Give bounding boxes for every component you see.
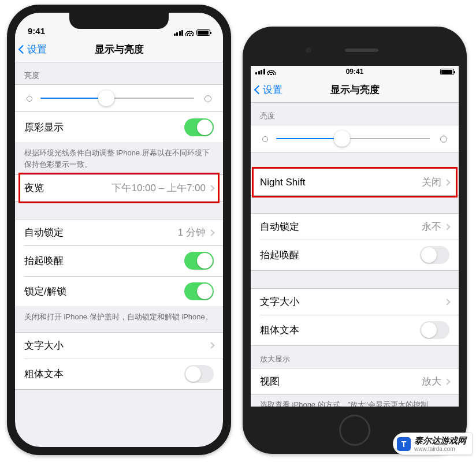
text-size-row[interactable]: 文字大小 <box>251 289 459 315</box>
night-shift-row[interactable]: Night Shift 关闭 <box>251 169 459 195</box>
chevron-left-icon <box>254 85 263 95</box>
speaker-grille <box>345 49 378 52</box>
chevron-right-icon <box>444 179 450 185</box>
auto-lock-row[interactable]: 自动锁定 永不 <box>251 214 459 240</box>
true-tone-label: 原彩显示 <box>24 121 64 134</box>
sun-small-icon <box>260 134 269 143</box>
bold-text-label: 粗体文本 <box>260 323 299 337</box>
view-zoom-row[interactable]: 视图 放大 <box>251 368 459 394</box>
chevron-left-icon <box>18 45 28 54</box>
battery-icon <box>440 69 454 75</box>
bold-text-toggle[interactable] <box>184 365 214 383</box>
page-title: 显示与亮度 <box>330 83 380 96</box>
wifi-icon <box>185 29 194 36</box>
signal-icon <box>174 30 184 36</box>
true-tone-toggle[interactable] <box>184 118 214 136</box>
chevron-right-icon <box>444 299 450 305</box>
night-shift-label: 夜览 <box>24 181 44 195</box>
lock-unlock-label: 锁定/解锁 <box>24 285 66 298</box>
settings-content[interactable]: 亮度 原彩显示 根据环境光线条件自动调整 iPhone 屏幕以在不同环境下保持色… <box>15 62 223 390</box>
night-shift-label: Night Shift <box>260 177 305 188</box>
watermark-text: 泰尔达游戏网 <box>414 435 466 445</box>
sun-large-icon <box>201 92 214 105</box>
lock-unlock-row: 锁定/解锁 <box>15 276 223 307</box>
raise-to-wake-row: 抬起唤醒 <box>251 240 459 270</box>
iphone-x-screen: 9:41 设置 显示与亮度 亮度 <box>15 13 223 447</box>
chevron-right-icon <box>208 185 214 191</box>
night-shift-value: 下午10:00 – 上午7:00 <box>44 181 206 195</box>
view-zoom-label: 视图 <box>260 375 280 388</box>
front-camera <box>306 47 311 53</box>
sun-small-icon <box>24 94 34 103</box>
chevron-right-icon <box>208 342 214 348</box>
nav-bar: 设置 显示与亮度 <box>15 37 223 62</box>
zoom-footer: 选取查看 iPhone 的方式。"放大"会显示更大的控制项。"标准"会显示更多的… <box>251 395 459 407</box>
raise-to-wake-label: 抬起唤醒 <box>260 248 299 262</box>
zoom-header: 放大显示 <box>251 346 459 368</box>
notch <box>69 13 169 29</box>
raise-to-wake-toggle[interactable] <box>184 252 214 270</box>
auto-lock-row[interactable]: 自动锁定 1 分钟 <box>15 219 223 245</box>
raise-to-wake-label: 抬起唤醒 <box>24 254 64 267</box>
bold-text-row: 粗体文本 <box>15 359 223 389</box>
raise-to-wake-row: 抬起唤醒 <box>15 245 223 276</box>
iphone-8-screen: 09:41 设置 显示与亮度 亮度 <box>251 66 459 407</box>
raise-to-wake-toggle[interactable] <box>420 246 449 264</box>
back-label: 设置 <box>27 43 47 56</box>
settings-content[interactable]: 亮度 Night Shift 关闭 <box>251 103 459 407</box>
brightness-header: 亮度 <box>251 103 459 125</box>
watermark: T 泰尔达游戏网 www.tairda.com <box>393 433 473 455</box>
battery-icon <box>196 29 210 36</box>
status-bar: 09:41 <box>251 66 459 77</box>
auto-lock-value: 1 分钟 <box>64 226 206 239</box>
brightness-slider-row <box>251 125 459 152</box>
text-size-label: 文字大小 <box>24 339 64 352</box>
back-button[interactable]: 设置 <box>255 83 282 96</box>
night-shift-row[interactable]: 夜览 下午10:00 – 上午7:00 <box>15 175 223 201</box>
home-button[interactable] <box>339 415 370 446</box>
view-zoom-value: 放大 <box>280 375 441 388</box>
watermark-url: www.tairda.com <box>414 446 466 452</box>
true-tone-row: 原彩显示 <box>15 112 223 143</box>
nav-bar: 设置 显示与亮度 <box>251 77 459 103</box>
status-time: 09:41 <box>346 68 364 76</box>
bezel-top <box>251 35 459 66</box>
lock-unlock-footer: 关闭和打开 iPhone 保护盖时，自动锁定和解锁 iPhone。 <box>15 307 223 327</box>
status-time: 9:41 <box>28 26 60 36</box>
sun-large-icon <box>437 132 449 145</box>
auto-lock-label: 自动锁定 <box>260 220 299 233</box>
back-label: 设置 <box>263 83 282 96</box>
wifi-icon <box>267 69 276 75</box>
bold-text-toggle[interactable] <box>420 321 449 339</box>
chevron-right-icon <box>444 378 450 385</box>
slider-thumb[interactable] <box>98 90 114 106</box>
brightness-slider[interactable] <box>40 98 194 99</box>
bold-text-row: 粗体文本 <box>251 315 459 345</box>
back-button[interactable]: 设置 <box>20 43 47 56</box>
brightness-slider[interactable] <box>276 138 430 139</box>
iphone-x-device: 9:41 设置 显示与亮度 亮度 <box>7 5 231 455</box>
night-shift-value: 关闭 <box>305 176 441 189</box>
signal-icon <box>255 69 265 74</box>
watermark-logo-icon: T <box>397 437 411 451</box>
brightness-slider-row <box>15 84 223 112</box>
text-size-label: 文字大小 <box>260 295 299 308</box>
chevron-right-icon <box>444 223 450 230</box>
page-title: 显示与亮度 <box>95 43 144 56</box>
text-size-row[interactable]: 文字大小 <box>15 333 223 359</box>
slider-thumb[interactable] <box>334 131 350 147</box>
lock-unlock-toggle[interactable] <box>184 282 214 300</box>
iphone-8-device: 09:41 设置 显示与亮度 亮度 <box>243 27 467 454</box>
chevron-right-icon <box>208 229 214 236</box>
bold-text-label: 粗体文本 <box>24 367 64 381</box>
auto-lock-label: 自动锁定 <box>24 226 64 239</box>
auto-lock-value: 永不 <box>299 220 441 233</box>
brightness-header: 亮度 <box>15 62 223 84</box>
true-tone-footer: 根据环境光线条件自动调整 iPhone 屏幕以在不同环境下保持色彩显示一致。 <box>15 143 223 174</box>
